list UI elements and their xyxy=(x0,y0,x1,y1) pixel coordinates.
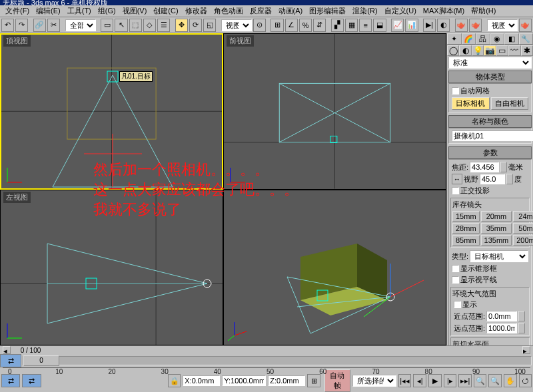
select-region-button[interactable]: ⬚ xyxy=(129,19,142,32)
link-button[interactable]: 🔗 xyxy=(33,19,46,32)
menu-reactor[interactable]: 反应器 xyxy=(247,6,274,16)
rollout-params[interactable]: 参数 xyxy=(448,146,532,159)
scroll-left-button[interactable]: ◂ xyxy=(3,346,11,354)
lens-28mm[interactable]: 28mm xyxy=(452,223,480,234)
menu-render[interactable]: 渲染(R) xyxy=(350,6,380,16)
percent-snap-toggle[interactable]: % xyxy=(299,19,312,32)
target-camera-button[interactable]: 目标相机 xyxy=(452,97,490,110)
fov-direction-button[interactable]: ↔ xyxy=(452,174,462,184)
snap-toggle[interactable]: ⊞ xyxy=(270,19,283,32)
scroll-right-button[interactable]: ▸ xyxy=(522,346,530,354)
undo-button[interactable]: ↶ xyxy=(1,19,14,32)
zoom-all-button[interactable]: 🔍 xyxy=(488,374,502,387)
show-horizon-checkbox[interactable] xyxy=(452,276,459,284)
show-env-checkbox[interactable] xyxy=(454,301,461,308)
keyfilter-select[interactable]: 所选择的 xyxy=(352,375,396,387)
rollout-name-color[interactable]: 名称与颜色 xyxy=(448,115,532,128)
near-spinner[interactable] xyxy=(518,311,525,321)
show-cone-checkbox[interactable] xyxy=(452,265,459,272)
rotate-button[interactable]: ⟳ xyxy=(189,19,202,32)
rollout-object-type[interactable]: 物体类型 xyxy=(448,71,532,83)
y-coord[interactable] xyxy=(222,375,266,386)
menu-character[interactable]: 角色动画 xyxy=(211,6,246,16)
spinner-snap-toggle[interactable]: ⇵ xyxy=(313,19,326,32)
menu-file[interactable]: 文件(F) xyxy=(3,6,32,16)
time-slider[interactable]: ⇄ 0 xyxy=(0,354,533,367)
lock-button[interactable]: 🔒 xyxy=(168,374,181,387)
grid-toggle[interactable]: ⊞ xyxy=(307,374,320,387)
goto-start-button[interactable]: |◂◂ xyxy=(398,374,412,387)
x-coord[interactable] xyxy=(183,375,220,386)
tab-hierarchy[interactable]: 品 xyxy=(476,33,490,45)
lens-200mm[interactable]: 200mm xyxy=(513,235,533,246)
coord-system-select[interactable]: 视图 xyxy=(221,19,252,31)
subtab-geometry[interactable]: ◯ xyxy=(447,45,459,56)
tab-motion[interactable]: ◉ xyxy=(490,33,505,45)
far-spinner[interactable] xyxy=(518,323,525,333)
render-view-select[interactable]: 视图 xyxy=(487,19,518,31)
array-button[interactable]: ▦ xyxy=(345,19,358,32)
lens-20mm[interactable]: 20mm xyxy=(481,211,512,222)
orbit-button[interactable]: ⭯ xyxy=(519,374,532,387)
slider-thumb[interactable]: 0 xyxy=(23,355,59,366)
menu-animation[interactable]: 动画(A) xyxy=(276,6,306,16)
render-scene-button[interactable]: 🫖 xyxy=(455,19,468,32)
prev-frame-button[interactable]: ◂| xyxy=(413,374,426,387)
quick-render-button[interactable]: 🫖 xyxy=(469,19,482,32)
tab-modify[interactable]: 🌈 xyxy=(462,33,476,45)
lens-135mm[interactable]: 135mm xyxy=(481,235,512,246)
subtab-spacewarps[interactable]: 〰 xyxy=(508,45,520,56)
menu-view[interactable]: 视图(V) xyxy=(120,6,150,16)
subtab-systems[interactable]: ✱ xyxy=(521,45,533,56)
focal-input[interactable] xyxy=(470,162,499,172)
category-select[interactable]: 标准 xyxy=(448,57,532,69)
menu-modifiers[interactable]: 修改器 xyxy=(183,6,210,16)
free-camera-button[interactable]: 自由相机 xyxy=(491,97,529,110)
far-range-input[interactable] xyxy=(486,323,517,333)
menu-customize[interactable]: 自定义(U) xyxy=(382,6,419,16)
menu-tools[interactable]: 工具(T) xyxy=(65,6,94,16)
viewport-perspective[interactable] xyxy=(223,190,446,346)
fov-input[interactable] xyxy=(480,174,505,184)
ortho-checkbox[interactable] xyxy=(452,187,459,194)
pan-button[interactable]: ✋ xyxy=(504,374,517,387)
z-coord[interactable] xyxy=(268,375,305,386)
lens-85mm[interactable]: 85mm xyxy=(452,235,480,246)
menu-grapheditors[interactable]: 图形编辑器 xyxy=(306,6,348,16)
autokey-button[interactable]: 自动帧 xyxy=(324,369,350,392)
subtab-lights[interactable]: 💡 xyxy=(472,45,484,56)
curve-editor-button[interactable]: 📈 xyxy=(391,19,404,32)
tab-create[interactable]: ✦ xyxy=(447,33,462,45)
redo-button[interactable]: ↷ xyxy=(15,19,28,32)
tab-utilities[interactable]: 🔧 xyxy=(519,33,534,45)
angle-snap-toggle[interactable]: ∠ xyxy=(285,19,298,32)
menu-edit[interactable]: 编辑(E) xyxy=(33,6,63,16)
layer-button[interactable]: ⬓ xyxy=(373,19,386,32)
near-range-input[interactable] xyxy=(486,311,517,321)
object-name-input[interactable] xyxy=(452,130,533,141)
zoom-button[interactable]: 🔍 xyxy=(474,374,487,387)
menu-create[interactable]: 创建(C) xyxy=(151,6,181,16)
unlink-button[interactable]: ✂ xyxy=(47,19,60,32)
align-button[interactable]: ≡ xyxy=(359,19,372,32)
lens-24mm[interactable]: 24mm xyxy=(513,211,533,222)
select-fence-button[interactable]: ◇ xyxy=(143,19,156,32)
next-frame-button[interactable]: |▸ xyxy=(444,374,457,387)
move-button[interactable]: ✥ xyxy=(175,19,188,32)
camera-type-select[interactable]: 目标相机 xyxy=(470,250,528,262)
menu-maxscript[interactable]: MAX脚本(M) xyxy=(420,6,467,16)
slider-track[interactable]: 0 xyxy=(23,356,532,365)
menu-group[interactable]: 组(G) xyxy=(95,6,119,16)
schematic-button[interactable]: 📊 xyxy=(405,19,418,32)
viewport-top[interactable]: 顶视图 凡01.目标 xyxy=(0,33,223,190)
subtab-shapes[interactable]: ◐ xyxy=(459,45,471,56)
mirror-button[interactable]: ▞ xyxy=(331,19,344,32)
material-editor-button[interactable]: ◐ xyxy=(437,19,450,32)
scale-button[interactable]: ◱ xyxy=(203,19,216,32)
render-button[interactable]: 🫖 xyxy=(519,19,532,32)
track-toggle-left[interactable]: ⇄ xyxy=(0,354,21,367)
tab-display[interactable]: ◧ xyxy=(504,33,519,45)
select-name-button[interactable]: ☰ xyxy=(157,19,170,32)
lens-35mm[interactable]: 35mm xyxy=(481,223,512,234)
play-anim-button[interactable]: ▶ xyxy=(428,374,442,387)
